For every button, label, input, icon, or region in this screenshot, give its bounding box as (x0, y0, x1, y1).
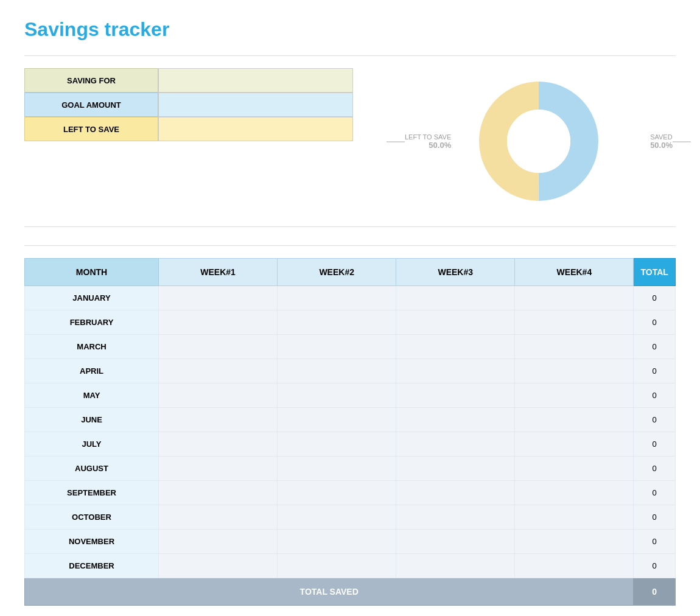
week2-input[interactable] (284, 366, 390, 376)
week1-cell[interactable] (159, 457, 278, 481)
week1-cell[interactable] (159, 359, 278, 383)
week4-input[interactable] (521, 415, 627, 424)
week2-cell[interactable] (278, 359, 396, 383)
week1-input[interactable] (165, 561, 271, 570)
week3-input[interactable] (402, 366, 508, 376)
week1-cell[interactable] (159, 530, 278, 554)
week3-input[interactable] (402, 488, 508, 497)
week2-input[interactable] (284, 318, 390, 327)
week2-cell[interactable] (278, 530, 396, 554)
week3-cell[interactable] (396, 408, 515, 432)
week1-input[interactable] (165, 293, 271, 303)
week4-cell[interactable] (515, 310, 634, 335)
week3-cell[interactable] (396, 505, 515, 530)
week3-input[interactable] (402, 439, 508, 449)
saving-for-input[interactable] (166, 76, 345, 85)
week2-cell[interactable] (278, 481, 396, 505)
week1-cell[interactable] (159, 335, 278, 359)
week2-input[interactable] (284, 439, 390, 449)
week2-cell[interactable] (278, 457, 396, 481)
week2-cell[interactable] (278, 286, 396, 310)
week4-input[interactable] (521, 439, 627, 449)
week3-cell[interactable] (396, 554, 515, 578)
week1-input[interactable] (165, 488, 271, 497)
week4-input[interactable] (521, 537, 627, 546)
week3-input[interactable] (402, 561, 508, 570)
week4-cell[interactable] (515, 554, 634, 578)
week4-cell[interactable] (515, 335, 634, 359)
week3-cell[interactable] (396, 481, 515, 505)
week1-input[interactable] (165, 537, 271, 546)
week1-input[interactable] (165, 415, 271, 424)
saving-for-input-cell[interactable] (158, 68, 353, 93)
week3-cell[interactable] (396, 530, 515, 554)
week1-cell[interactable] (159, 383, 278, 408)
week4-input[interactable] (521, 561, 627, 570)
week1-cell[interactable] (159, 408, 278, 432)
week1-cell[interactable] (159, 432, 278, 457)
week4-cell[interactable] (515, 383, 634, 408)
week3-input[interactable] (402, 391, 508, 400)
week4-cell[interactable] (515, 432, 634, 457)
week3-cell[interactable] (396, 335, 515, 359)
week4-cell[interactable] (515, 481, 634, 505)
week4-cell[interactable] (515, 359, 634, 383)
week4-input[interactable] (521, 488, 627, 497)
week2-input[interactable] (284, 391, 390, 400)
week4-input[interactable] (521, 513, 627, 522)
week1-input[interactable] (165, 464, 271, 473)
week3-cell[interactable] (396, 383, 515, 408)
left-to-save-input-cell[interactable] (158, 117, 353, 141)
week4-cell[interactable] (515, 505, 634, 530)
week3-cell[interactable] (396, 310, 515, 335)
week2-input[interactable] (284, 537, 390, 546)
week3-input[interactable] (402, 293, 508, 303)
goal-amount-input[interactable] (166, 100, 345, 110)
week4-input[interactable] (521, 293, 627, 303)
week3-cell[interactable] (396, 286, 515, 310)
week2-cell[interactable] (278, 335, 396, 359)
week2-input[interactable] (284, 464, 390, 473)
week3-input[interactable] (402, 342, 508, 351)
week3-input[interactable] (402, 415, 508, 424)
week1-cell[interactable] (159, 310, 278, 335)
week3-input[interactable] (402, 537, 508, 546)
week4-cell[interactable] (515, 408, 634, 432)
week2-input[interactable] (284, 415, 390, 424)
week2-input[interactable] (284, 561, 390, 570)
week1-input[interactable] (165, 391, 271, 400)
week3-input[interactable] (402, 464, 508, 473)
week3-input[interactable] (402, 513, 508, 522)
week4-input[interactable] (521, 318, 627, 327)
week2-cell[interactable] (278, 554, 396, 578)
week2-cell[interactable] (278, 310, 396, 335)
week1-input[interactable] (165, 366, 271, 376)
week1-input[interactable] (165, 342, 271, 351)
week2-cell[interactable] (278, 432, 396, 457)
week3-cell[interactable] (396, 359, 515, 383)
week1-input[interactable] (165, 439, 271, 449)
week2-input[interactable] (284, 488, 390, 497)
week1-input[interactable] (165, 318, 271, 327)
week4-cell[interactable] (515, 530, 634, 554)
week1-cell[interactable] (159, 481, 278, 505)
week4-input[interactable] (521, 464, 627, 473)
week1-cell[interactable] (159, 505, 278, 530)
week2-input[interactable] (284, 513, 390, 522)
week1-cell[interactable] (159, 554, 278, 578)
week4-input[interactable] (521, 342, 627, 351)
goal-amount-input-cell[interactable] (158, 93, 353, 117)
week4-input[interactable] (521, 391, 627, 400)
week2-input[interactable] (284, 342, 390, 351)
week1-input[interactable] (165, 513, 271, 522)
week3-cell[interactable] (396, 457, 515, 481)
week3-cell[interactable] (396, 432, 515, 457)
week2-cell[interactable] (278, 408, 396, 432)
week4-input[interactable] (521, 366, 627, 376)
week3-input[interactable] (402, 318, 508, 327)
week2-cell[interactable] (278, 505, 396, 530)
week4-cell[interactable] (515, 457, 634, 481)
week2-cell[interactable] (278, 383, 396, 408)
week4-cell[interactable] (515, 286, 634, 310)
left-to-save-input[interactable] (166, 125, 345, 134)
